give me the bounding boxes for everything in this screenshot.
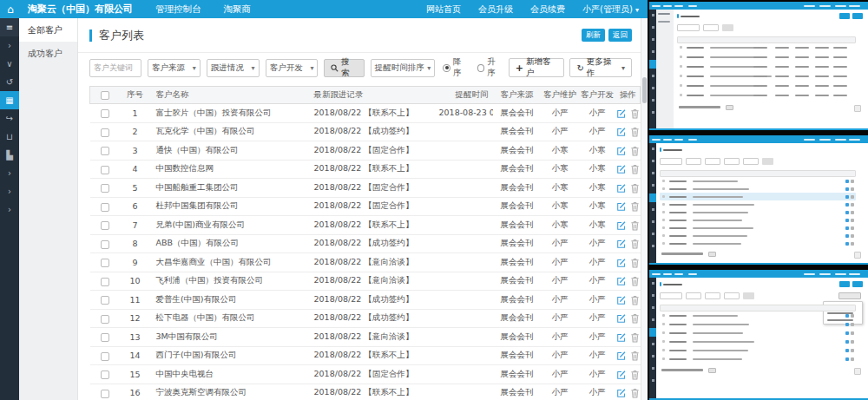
chevron-right-icon[interactable]: › — [0, 164, 19, 182]
edit-icon[interactable] — [616, 201, 627, 212]
edit-icon[interactable] — [616, 258, 627, 268]
customer-list-icon[interactable]: ▦ — [0, 91, 19, 109]
row-checkbox[interactable] — [101, 240, 109, 249]
edit-icon[interactable] — [616, 388, 627, 398]
delete-icon[interactable] — [630, 276, 640, 286]
edit-icon[interactable] — [616, 239, 627, 249]
edit-icon[interactable] — [616, 351, 627, 361]
edit-icon[interactable] — [616, 276, 627, 286]
nav-taojushang[interactable]: 淘聚商 — [224, 3, 252, 16]
nav-member-upgrade[interactable]: 会员升级 — [478, 3, 513, 16]
delete-icon[interactable] — [630, 332, 640, 343]
add-customer-button[interactable]: +新增客户 — [509, 58, 565, 77]
edit-icon[interactable] — [616, 370, 627, 380]
chevron-down-icon[interactable]: ∨ — [0, 55, 19, 73]
customer-developer: 小严 — [579, 122, 616, 141]
sort-desc-radio[interactable]: 降序 — [443, 56, 469, 79]
latest-record: 2018/08/22 【意向洽谈】 — [309, 253, 439, 272]
customer-develop-select[interactable]: 客户开发▾ — [266, 59, 319, 77]
select-all-checkbox[interactable] — [101, 91, 109, 100]
delete-icon[interactable] — [630, 146, 640, 156]
latest-record: 2018/08/22 【意向洽谈】 — [309, 272, 439, 291]
row-checkbox[interactable] — [101, 390, 109, 398]
delete-icon[interactable] — [630, 183, 640, 193]
nav-site-home[interactable]: 网站首页 — [426, 3, 461, 16]
delete-icon[interactable] — [630, 239, 640, 249]
customer-name: 瓦克化学（中国）有限公司 — [151, 122, 309, 141]
latest-record: 2018/08/22 【固定合作】 — [309, 141, 439, 161]
screenshot-thumbnail — [649, 270, 868, 400]
delete-icon[interactable] — [630, 370, 640, 380]
delete-icon[interactable] — [630, 295, 640, 305]
row-checkbox[interactable] — [101, 203, 109, 212]
delete-icon[interactable] — [630, 313, 640, 324]
edit-icon[interactable] — [616, 164, 627, 174]
scrollbar-thumb[interactable] — [642, 77, 647, 103]
row-checkbox[interactable] — [101, 147, 109, 155]
trash-icon[interactable]: ⊔ — [0, 128, 19, 146]
row-checkbox[interactable] — [101, 333, 109, 342]
delete-icon[interactable] — [630, 220, 640, 231]
row-checkbox[interactable] — [101, 315, 109, 324]
reminder-time — [439, 272, 493, 291]
user-menu[interactable]: 小严(管理员) ▾ — [582, 3, 639, 16]
chevron-right-icon[interactable]: › — [0, 36, 19, 55]
refresh-button[interactable]: 刷新 — [582, 29, 605, 42]
delete-icon[interactable] — [630, 351, 640, 361]
row-checkbox[interactable] — [101, 128, 109, 137]
chevron-right-icon[interactable]: › — [0, 182, 19, 200]
delete-icon[interactable] — [630, 108, 640, 119]
edit-icon[interactable] — [616, 127, 627, 137]
row-serial: 16 — [120, 384, 151, 400]
delete-icon[interactable] — [630, 127, 640, 137]
customer-developer: 小严 — [579, 272, 616, 291]
delete-icon[interactable] — [630, 164, 640, 174]
chevron-down-icon: ▾ — [635, 6, 639, 14]
col-developer: 客户开发 — [579, 87, 616, 104]
delete-icon[interactable] — [630, 388, 640, 398]
sidebar-item[interactable]: 成功客户 — [19, 42, 77, 65]
edit-icon[interactable] — [616, 332, 627, 343]
edit-icon[interactable] — [616, 313, 627, 324]
customer-source-select[interactable]: 客户来源▾ — [148, 59, 201, 77]
reminder-time — [439, 179, 493, 198]
delete-icon[interactable] — [630, 201, 640, 212]
delete-icon[interactable] — [630, 258, 640, 268]
nav-member-renew[interactable]: 会员续费 — [530, 3, 565, 16]
row-checkbox[interactable] — [101, 184, 109, 193]
reminder-time — [439, 160, 493, 179]
menu-icon[interactable]: ≡ — [0, 18, 19, 36]
reminder-sort-select[interactable]: 提醒时间排序▾ — [371, 59, 436, 77]
home-icon[interactable]: ⌂ — [0, 3, 21, 16]
row-checkbox[interactable] — [101, 278, 109, 286]
customer-keeper: 小严 — [542, 234, 579, 253]
follow-up-select[interactable]: 跟进情况▾ — [207, 59, 260, 77]
customer-keeper: 小寒 — [542, 179, 579, 198]
customer-name: 中国中央电视台 — [151, 365, 309, 384]
row-checkbox[interactable] — [101, 221, 109, 230]
row-checkbox[interactable] — [101, 109, 109, 118]
stats-icon[interactable]: ▙ — [0, 146, 19, 164]
edit-icon[interactable] — [616, 146, 627, 156]
sort-asc-radio[interactable]: 升序 — [477, 56, 503, 79]
edit-icon[interactable] — [616, 220, 627, 231]
row-checkbox[interactable] — [101, 259, 109, 267]
edit-icon[interactable] — [616, 108, 627, 119]
row-checkbox[interactable] — [101, 296, 109, 305]
edit-icon[interactable] — [616, 295, 627, 305]
back-button[interactable]: 返回 — [608, 29, 632, 42]
sidebar-item[interactable]: 全部客户 — [19, 18, 77, 42]
row-actions — [616, 272, 641, 291]
undo-icon[interactable]: ↺ — [0, 73, 19, 91]
chevron-right-icon[interactable]: › — [0, 200, 19, 219]
vertical-scrollbar[interactable] — [641, 18, 648, 400]
row-checkbox[interactable] — [101, 352, 109, 361]
keyword-input[interactable] — [89, 59, 141, 77]
sign-out-icon[interactable]: ↪ — [0, 109, 19, 128]
row-checkbox[interactable] — [101, 370, 109, 379]
nav-admin-console[interactable]: 管理控制台 — [155, 3, 201, 16]
row-checkbox[interactable] — [101, 166, 109, 174]
more-actions-button[interactable]: ↻更多操作▾ — [569, 58, 632, 77]
search-button[interactable]: 搜索 — [324, 59, 364, 77]
edit-icon[interactable] — [616, 183, 627, 193]
